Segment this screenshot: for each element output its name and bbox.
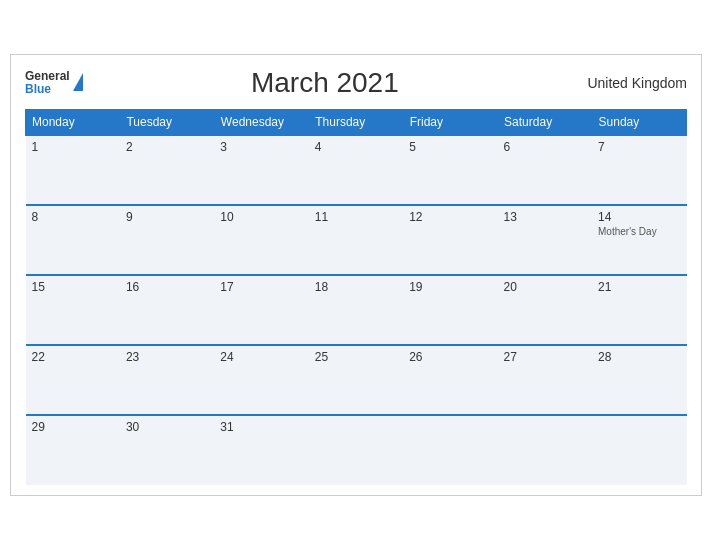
day-cell: 16	[120, 275, 214, 345]
calendar-grid: Monday Tuesday Wednesday Thursday Friday…	[25, 109, 687, 485]
day-cell: 20	[498, 275, 592, 345]
day-cell	[498, 415, 592, 485]
day-number: 29	[32, 420, 114, 434]
day-number: 14	[598, 210, 680, 224]
day-cell: 24	[214, 345, 308, 415]
logo: General Blue	[25, 70, 83, 96]
day-cell: 19	[403, 275, 497, 345]
logo-triangle-icon	[73, 73, 83, 91]
day-cell: 9	[120, 205, 214, 275]
day-number: 5	[409, 140, 491, 154]
day-cell: 21	[592, 275, 686, 345]
day-number: 10	[220, 210, 302, 224]
week-row-2: 891011121314Mother's Day	[26, 205, 687, 275]
day-number: 6	[504, 140, 586, 154]
day-cell: 23	[120, 345, 214, 415]
col-saturday: Saturday	[498, 110, 592, 136]
day-number: 21	[598, 280, 680, 294]
day-cell	[403, 415, 497, 485]
day-number: 16	[126, 280, 208, 294]
day-cell: 3	[214, 135, 308, 205]
day-cell: 13	[498, 205, 592, 275]
day-number: 23	[126, 350, 208, 364]
day-number: 2	[126, 140, 208, 154]
day-cell: 18	[309, 275, 403, 345]
day-cell: 5	[403, 135, 497, 205]
day-number: 13	[504, 210, 586, 224]
day-cell: 27	[498, 345, 592, 415]
day-number: 24	[220, 350, 302, 364]
weekday-header-row: Monday Tuesday Wednesday Thursday Friday…	[26, 110, 687, 136]
day-cell	[309, 415, 403, 485]
col-monday: Monday	[26, 110, 120, 136]
calendar-body: 1234567891011121314Mother's Day151617181…	[26, 135, 687, 485]
day-number: 7	[598, 140, 680, 154]
day-number: 11	[315, 210, 397, 224]
day-cell: 31	[214, 415, 308, 485]
calendar-title: March 2021	[83, 67, 567, 99]
day-number: 3	[220, 140, 302, 154]
day-number: 27	[504, 350, 586, 364]
day-cell: 8	[26, 205, 120, 275]
day-cell: 4	[309, 135, 403, 205]
day-cell: 2	[120, 135, 214, 205]
day-cell: 30	[120, 415, 214, 485]
day-cell: 15	[26, 275, 120, 345]
week-row-5: 293031	[26, 415, 687, 485]
day-cell: 26	[403, 345, 497, 415]
day-number: 17	[220, 280, 302, 294]
day-number: 31	[220, 420, 302, 434]
day-event: Mother's Day	[598, 226, 680, 237]
day-cell: 1	[26, 135, 120, 205]
day-cell: 14Mother's Day	[592, 205, 686, 275]
day-number: 22	[32, 350, 114, 364]
day-number: 1	[32, 140, 114, 154]
col-wednesday: Wednesday	[214, 110, 308, 136]
col-friday: Friday	[403, 110, 497, 136]
day-cell: 6	[498, 135, 592, 205]
day-number: 9	[126, 210, 208, 224]
day-cell: 25	[309, 345, 403, 415]
day-number: 30	[126, 420, 208, 434]
day-cell: 17	[214, 275, 308, 345]
logo-text: General Blue	[25, 70, 70, 96]
calendar-container: General Blue March 2021 United Kingdom M…	[10, 54, 702, 496]
day-number: 4	[315, 140, 397, 154]
day-number: 8	[32, 210, 114, 224]
logo-blue-text: Blue	[25, 83, 70, 96]
day-cell: 22	[26, 345, 120, 415]
day-number: 12	[409, 210, 491, 224]
week-row-1: 1234567	[26, 135, 687, 205]
day-cell: 11	[309, 205, 403, 275]
col-sunday: Sunday	[592, 110, 686, 136]
day-cell	[592, 415, 686, 485]
day-cell: 12	[403, 205, 497, 275]
day-cell: 28	[592, 345, 686, 415]
day-cell: 10	[214, 205, 308, 275]
col-thursday: Thursday	[309, 110, 403, 136]
day-number: 19	[409, 280, 491, 294]
calendar-region: United Kingdom	[567, 75, 687, 91]
day-cell: 7	[592, 135, 686, 205]
day-number: 25	[315, 350, 397, 364]
day-cell: 29	[26, 415, 120, 485]
col-tuesday: Tuesday	[120, 110, 214, 136]
day-number: 26	[409, 350, 491, 364]
day-number: 20	[504, 280, 586, 294]
week-row-4: 22232425262728	[26, 345, 687, 415]
day-number: 18	[315, 280, 397, 294]
day-number: 15	[32, 280, 114, 294]
week-row-3: 15161718192021	[26, 275, 687, 345]
calendar-header: General Blue March 2021 United Kingdom	[25, 67, 687, 99]
day-number: 28	[598, 350, 680, 364]
